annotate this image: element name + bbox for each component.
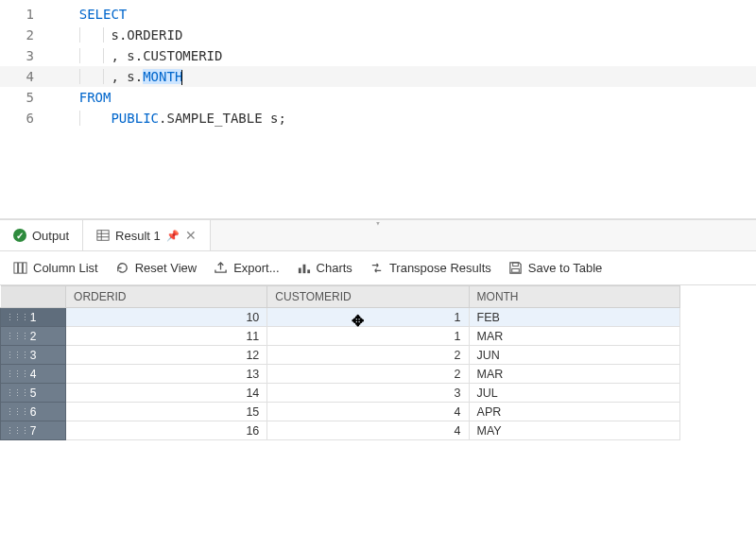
cell-month[interactable]: JUL [469,384,679,403]
code-content[interactable]: PUBLIC.SAMPLE_TABLE s; [47,108,756,129]
cell-customerid[interactable]: 3 [267,384,469,403]
cell-customerid[interactable]: 1 [267,308,469,327]
column-header-customerid[interactable]: CUSTOMERID [267,286,469,308]
line-number: 3 [0,45,47,66]
row-header[interactable]: ⋮⋮⋮5 [1,384,66,403]
cell-month[interactable]: MAR [469,365,679,384]
close-icon[interactable]: ✕ [185,228,197,243]
row-header[interactable]: ⋮⋮⋮7 [1,421,66,440]
code-line[interactable]: 6 PUBLIC.SAMPLE_TABLE s; [0,108,756,129]
tab-result-label: Result 1 [115,229,161,243]
code-content[interactable]: FROM [47,87,756,108]
code-line[interactable]: 4 , s.MONTH [0,66,756,87]
line-number: 4 [0,66,47,87]
cell-customerid[interactable]: 1 [267,327,469,346]
grid-corner[interactable] [1,286,66,308]
cell-month[interactable]: APR [469,403,679,421]
svg-rect-6 [23,263,26,273]
sql-editor[interactable]: 1 SELECT2 s.ORDERID3 , s.CUSTOMERID4 , s… [0,0,756,219]
cell-customerid[interactable]: 2 [267,346,469,365]
code-content[interactable]: , s.CUSTOMERID [47,45,756,66]
code-line[interactable]: 1 SELECT [0,4,756,25]
cell-customerid[interactable]: 4 [267,403,469,421]
success-status-icon: ✓ [13,229,26,242]
svg-rect-0 [97,231,109,241]
svg-rect-11 [512,268,520,272]
tab-output-label: Output [32,229,69,243]
line-number: 5 [0,87,47,108]
cell-orderid[interactable]: 11 [66,327,267,346]
charts-button[interactable]: Charts [297,261,352,275]
code-line[interactable]: 5 FROM [0,87,756,108]
svg-rect-4 [14,263,18,273]
code-content[interactable]: , s.MONTH [47,66,756,87]
cell-orderid[interactable]: 16 [66,421,267,440]
row-header[interactable]: ⋮⋮⋮2 [1,327,66,346]
table-row[interactable]: ⋮⋮⋮3122JUN [1,346,680,365]
transpose-button[interactable]: Transpose Results [369,261,491,275]
tab-result-1[interactable]: Result 1 📌 ✕ [83,220,211,250]
row-header[interactable]: ⋮⋮⋮3 [1,346,66,365]
cell-month[interactable]: MAY [469,421,679,440]
column-header-orderid[interactable]: ORDERID [66,286,267,308]
result-grid-wrapper[interactable]: ORDERID CUSTOMERID MONTH ⋮⋮⋮1101FEB⋮⋮⋮21… [0,285,756,550]
line-number: 6 [0,108,47,129]
cell-month[interactable]: FEB [469,308,679,327]
table-row[interactable]: ⋮⋮⋮4132MAR [1,365,680,384]
cell-customerid[interactable]: 2 [267,365,469,384]
cell-orderid[interactable]: 10 [66,308,267,327]
cell-orderid[interactable]: 15 [66,403,267,421]
column-header-month[interactable]: MONTH [469,286,679,308]
table-row[interactable]: ⋮⋮⋮5143JUL [1,384,680,403]
result-grid[interactable]: ORDERID CUSTOMERID MONTH ⋮⋮⋮1101FEB⋮⋮⋮21… [0,285,680,440]
code-content[interactable]: s.ORDERID [47,25,756,45]
results-toolbar: Column List Reset View Export... Charts … [0,251,756,285]
result-grid-icon [96,229,110,242]
svg-rect-7 [298,268,301,274]
code-line[interactable]: 2 s.ORDERID [0,25,756,45]
column-list-button[interactable]: Column List [13,261,98,275]
line-number: 2 [0,25,47,45]
code-content[interactable]: SELECT [47,4,756,25]
row-header[interactable]: ⋮⋮⋮6 [1,403,66,421]
cell-month[interactable]: MAR [469,327,679,346]
cell-customerid[interactable]: 4 [267,421,469,440]
svg-rect-9 [307,269,310,273]
table-row[interactable]: ⋮⋮⋮1101FEB [1,308,680,327]
cell-orderid[interactable]: 14 [66,384,267,403]
code-line[interactable]: 3 , s.CUSTOMERID [0,45,756,66]
row-header[interactable]: ⋮⋮⋮1 [1,308,66,327]
row-header[interactable]: ⋮⋮⋮4 [1,365,66,384]
cell-orderid[interactable]: 13 [66,365,267,384]
cell-month[interactable]: JUN [469,346,679,365]
reset-view-button[interactable]: Reset View [115,261,198,275]
export-button[interactable]: Export... [214,261,279,275]
line-number: 1 [0,4,47,25]
editor-resize-handle[interactable]: ▾ [0,213,756,218]
svg-rect-8 [302,265,305,273]
save-to-table-button[interactable]: Save to Table [508,261,603,275]
tab-output[interactable]: ✓ Output [0,220,83,250]
pin-icon[interactable]: 📌 [166,230,180,242]
svg-rect-5 [19,263,23,273]
table-row[interactable]: ⋮⋮⋮7164MAY [1,421,680,440]
table-row[interactable]: ⋮⋮⋮2111MAR [1,327,680,346]
table-row[interactable]: ⋮⋮⋮6154APR [1,403,680,421]
cell-orderid[interactable]: 12 [66,346,267,365]
